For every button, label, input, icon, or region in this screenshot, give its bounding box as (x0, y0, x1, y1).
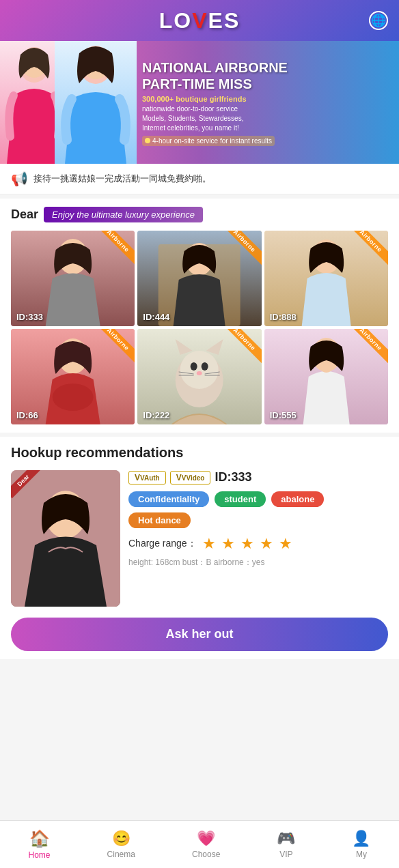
photo-grid: Airborne ID:333 Airborne ID:444 (11, 231, 388, 424)
nav-cinema-label: Cinema (107, 850, 135, 859)
home-icon: 🏠 (29, 829, 50, 848)
extra-tag-row: Hot dance (128, 512, 388, 528)
banner-line2: PART-TIME MISS (142, 76, 394, 92)
hotdance-tag: Hot dance (128, 512, 191, 528)
photo-id-3: ID:888 (270, 312, 297, 322)
svg-point-9 (53, 384, 94, 411)
star-4: ★ (260, 535, 273, 553)
abalone-tag: abalone (271, 491, 324, 507)
hookup-card: Dear VVAuth VVVideo ID:333 (11, 470, 388, 607)
app-header: LOVES 🌐 (0, 0, 399, 41)
banner-sub3: Models, Students, Stewardesses, (142, 115, 394, 122)
video-badge: VVVideo (170, 471, 211, 484)
nav-choose-label: Choose (192, 850, 220, 859)
nav-home[interactable]: 🏠 Home (22, 825, 57, 864)
photo-cell-4[interactable]: Airborne ID:66 (11, 329, 135, 424)
cinema-icon: 😊 (112, 830, 130, 848)
dear-section: Dear Enjoy the ultimate luxury experienc… (0, 199, 399, 433)
photo-id-6: ID:555 (270, 410, 297, 420)
star-2: ★ (221, 535, 235, 553)
banner-line1: NATIONAL AIRBORNE (142, 59, 394, 76)
notice-bar: 📢 接待一挑選姑娘一完成活動一同城免費約啪。 (0, 164, 399, 194)
svg-marker-13 (206, 339, 223, 355)
photo-cell-6[interactable]: Airborne ID:555 (264, 329, 388, 424)
photo-cell-1[interactable]: Airborne ID:333 (11, 231, 135, 326)
star-1: ★ (202, 535, 216, 553)
stars-row: Charge range： ★ ★ ★ ★ ★ (128, 535, 388, 553)
dear-label: Dear (11, 207, 38, 222)
nav-choose[interactable]: 💗 Choose (185, 826, 227, 863)
my-icon: 👤 (352, 830, 370, 848)
card-stats: height: 168cm bust：B airborne：yes (128, 557, 388, 568)
svg-point-16 (197, 371, 202, 375)
card-badges: VVAuth VVVideo ID:333 (128, 470, 388, 484)
photo-cell-5[interactable]: Airborne ID:222 (137, 329, 261, 424)
card-image: Dear (11, 470, 120, 607)
bottom-nav: 🏠 Home 😊 Cinema 💗 Choose 🎮 VIP 👤 My (0, 820, 399, 868)
svg-point-15 (202, 362, 208, 371)
vip-icon: 🎮 (277, 830, 295, 848)
photo-cell-2[interactable]: Airborne ID:444 (137, 231, 261, 326)
tag-row: Confidentiality student abalone (128, 491, 388, 507)
photo-cell-3[interactable]: Airborne ID:888 (264, 231, 388, 326)
luxury-tag: Enjoy the ultimate luxury experience (44, 207, 203, 222)
choose-icon: 💗 (197, 830, 215, 848)
promo-banner[interactable]: NATIONAL AIRBORNE PART-TIME MISS 300,000… (0, 41, 399, 164)
nav-vip[interactable]: 🎮 VIP (270, 826, 302, 863)
ask-button[interactable]: Ask her out (11, 618, 388, 651)
nav-vip-label: VIP (279, 850, 292, 859)
banner-sub4: Internet celebrities, you name it! (142, 124, 394, 132)
nav-my-label: My (356, 850, 367, 859)
language-icon[interactable]: 🌐 (369, 11, 388, 30)
charge-label: Charge range： (128, 538, 197, 550)
app-title: LOVES (159, 8, 240, 33)
hookup-title: Hookup recommendations (11, 445, 388, 461)
banner-sub2: nationwide door-to-door service (142, 105, 394, 113)
svg-marker-12 (176, 339, 193, 355)
student-tag: student (215, 491, 266, 507)
banner-sub5: 4-hour on-site service for instant resul… (142, 136, 275, 146)
photo-id-4: ID:66 (16, 410, 38, 420)
banner-sub1: 300,000+ boutique girlfriends (142, 95, 394, 103)
nav-cinema[interactable]: 😊 Cinema (100, 826, 142, 863)
photo-id-1: ID:333 (16, 312, 43, 322)
notice-text: 接待一挑選姑娘一完成活動一同城免費約啪。 (33, 173, 211, 185)
confidentiality-tag: Confidentiality (128, 491, 209, 507)
star-5: ★ (279, 535, 292, 553)
svg-point-22 (320, 364, 331, 373)
auth-badge: VVAuth (128, 471, 166, 484)
hookup-section: Hookup recommendations Dear VVAuth (0, 437, 399, 659)
photo-id-2: ID:444 (143, 312, 169, 322)
nav-home-label: Home (29, 850, 51, 860)
notice-icon: 📢 (11, 171, 28, 187)
svg-point-11 (180, 351, 219, 389)
nav-my[interactable]: 👤 My (345, 826, 377, 863)
star-3: ★ (240, 535, 254, 553)
banner-text: NATIONAL AIRBORNE PART-TIME MISS 300,000… (137, 53, 399, 153)
card-id: ID:333 (215, 470, 251, 484)
svg-point-14 (191, 362, 197, 371)
section-header: Dear Enjoy the ultimate luxury experienc… (11, 207, 388, 222)
photo-id-5: ID:222 (143, 410, 169, 420)
ask-button-wrapper: Ask her out (11, 618, 388, 651)
card-info: VVAuth VVVideo ID:333 Confidentiality st… (128, 470, 388, 578)
